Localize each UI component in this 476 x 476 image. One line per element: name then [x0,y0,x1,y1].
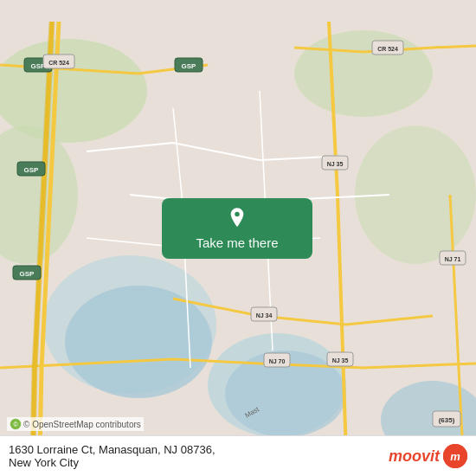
moovit-logo-icon: m [443,444,467,468]
address-block: 1630 Lorraine Ct, Manasquan, NJ 08736, N… [9,443,380,469]
svg-text:NJ 71: NJ 71 [445,256,461,262]
svg-text:NJ 35: NJ 35 [332,357,349,363]
take-me-there-button[interactable]: Take me there [162,198,312,259]
osm-logo-icon: © [10,418,22,430]
location-pin-icon [228,208,247,232]
moovit-text: moovit [389,447,440,466]
svg-text:NJ 35: NJ 35 [327,161,344,167]
svg-text:NJ 70: NJ 70 [269,358,286,364]
svg-text:CR 524: CR 524 [377,46,398,52]
osm-attribution: © © OpenStreetMap contributors [7,417,144,431]
button-label: Take me there [196,235,278,250]
moovit-icon: m [443,444,467,468]
svg-text:©: © [13,421,18,428]
svg-text:GSP: GSP [24,166,40,174]
osm-text: © OpenStreetMap contributors [23,420,141,429]
svg-text:m: m [450,450,460,463]
bottom-bar: 1630 Lorraine Ct, Manasquan, NJ 08736, N… [0,435,476,476]
address-line1: 1630 Lorraine Ct, Manasquan, NJ 08736, [9,443,380,456]
address-line2: New York City [9,456,380,469]
svg-point-2 [294,30,433,117]
svg-text:GSP: GSP [182,62,197,70]
map-container: GSP GSP GSP CR 524 CR 524 NJ 35 NJ 35 NJ… [0,0,476,476]
svg-text:CR 524: CR 524 [48,60,69,66]
svg-text:GSP: GSP [20,270,35,278]
svg-text:NJ 34: NJ 34 [256,312,273,318]
moovit-logo: moovit m [389,444,467,468]
svg-text:(635): (635) [439,416,455,424]
svg-point-35 [235,211,240,216]
